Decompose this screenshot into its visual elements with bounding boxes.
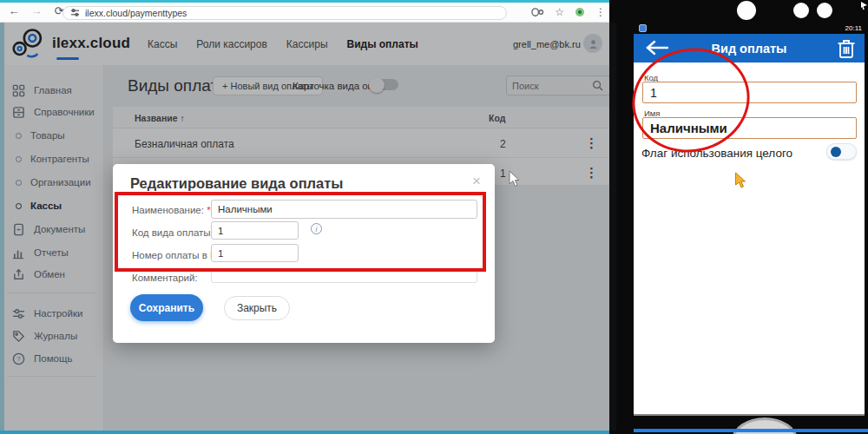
field-label-comment: Комментарий:: [132, 273, 198, 283]
forward-icon[interactable]: →: [30, 4, 43, 17]
phone-statusbar: 20:11: [634, 23, 865, 34]
modal-title: Редактирование вида оплаты: [130, 175, 343, 192]
password-key-icon[interactable]: [531, 7, 544, 17]
back-icon[interactable]: ←: [7, 4, 21, 17]
modal-close-icon[interactable]: ×: [472, 173, 481, 190]
phone-mouse-cursor: [734, 172, 747, 189]
camera-cutout: [793, 3, 809, 18]
screenshot-root: ← → ⟳ ilexx.cloud/paymenttypes ☆ ⋮: [0, 0, 868, 434]
web-app: ilexx.cloud Кассы Роли кассиров Кассиры …: [0, 23, 616, 431]
mouse-cursor: [509, 170, 521, 187]
extension-icon[interactable]: [575, 7, 585, 17]
site-settings-icon: [70, 8, 80, 17]
delete-trash-icon[interactable]: [836, 37, 857, 60]
screen-bottom-edge: [634, 414, 865, 416]
camera-cutout: [737, 1, 756, 20]
browser-toolbar: ← → ⟳ ilexx.cloud/paymenttypes ☆ ⋮: [0, 3, 616, 23]
annotation-red-rectangle: [115, 192, 486, 272]
bookmark-star-icon[interactable]: ☆: [555, 6, 564, 18]
phone-bottom-accent: [634, 429, 868, 432]
flag-label: Флаг использования целого: [641, 147, 792, 160]
browser-menu-icon[interactable]: ⋮: [595, 6, 606, 18]
camera-cutout: [817, 3, 832, 18]
clock-text: 20:11: [845, 24, 862, 32]
integer-flag-toggle[interactable]: [826, 143, 857, 160]
address-bar[interactable]: ilexx.cloud/paymenttypes: [62, 6, 507, 21]
save-button[interactable]: Сохранить: [130, 294, 203, 321]
browser-window: ← → ⟳ ilexx.cloud/paymenttypes ☆ ⋮: [0, 0, 616, 434]
url-text: ilexx.cloud/paymenttypes: [85, 8, 187, 18]
notification-icon: [639, 24, 647, 32]
cursor-artifact: [861, 2, 867, 10]
window-bottom-border: [0, 431, 616, 434]
phone-panel: 20:11 Вид оплаты Код: [609, 0, 868, 434]
toggle-knob: [831, 147, 841, 157]
close-button[interactable]: Закрыть: [224, 296, 290, 320]
